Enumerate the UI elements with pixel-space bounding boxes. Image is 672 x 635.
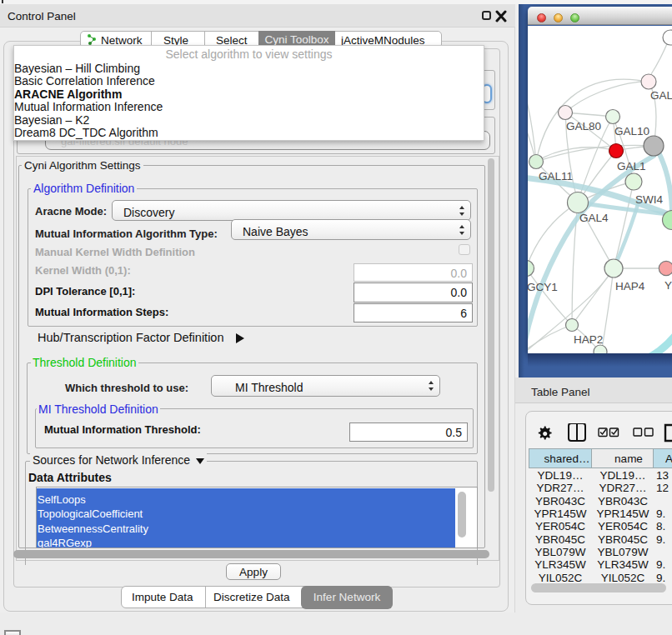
svg-text:HAP4: HAP4	[615, 280, 645, 292]
svg-text:YM: YM	[664, 279, 672, 292]
svg-text:GAL11: GAL11	[539, 170, 573, 182]
svg-text:GAL10: GAL10	[614, 125, 649, 138]
svg-text:GAL1: GAL1	[617, 160, 646, 172]
svg-text:GAL80: GAL80	[566, 120, 601, 132]
svg-text:GCY1: GCY1	[528, 281, 558, 293]
svg-text:GAL4: GAL4	[579, 212, 609, 224]
svg-text:HAP2: HAP2	[574, 333, 603, 346]
svg-text:SWI4: SWI4	[635, 193, 663, 206]
svg-text:GAL7: GAL7	[650, 89, 672, 102]
